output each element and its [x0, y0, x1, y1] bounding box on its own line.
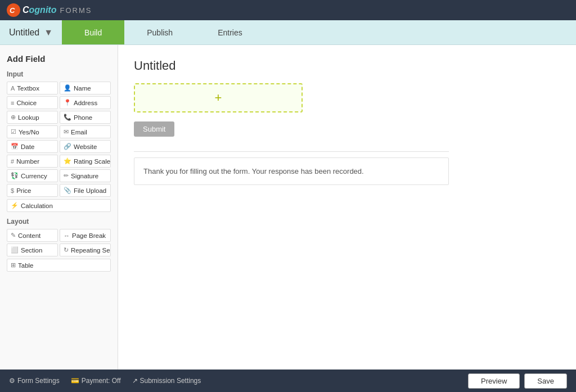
- tab-build[interactable]: Build: [62, 20, 124, 44]
- submission-settings-link[interactable]: ↗ Submission Settings: [132, 377, 201, 385]
- form-canvas: Untitled + Submit Thank you for filling …: [118, 45, 576, 370]
- tab-entries[interactable]: Entries: [195, 20, 265, 44]
- submit-button[interactable]: Submit: [134, 121, 174, 137]
- calculation-icon: ⚡: [11, 202, 19, 209]
- table-row-layout: ⊞Table: [7, 259, 111, 272]
- website-icon: 🔗: [64, 143, 71, 150]
- logo-text: Cognito: [22, 5, 56, 15]
- logo-forms-text: FORMS: [60, 6, 92, 15]
- rating-icon: ⭐: [64, 157, 71, 165]
- submission-settings-icon: ↗: [132, 377, 138, 385]
- field-email[interactable]: ✉Email: [60, 125, 111, 138]
- main-content: Add Field Input ATextbox 👤Name ≡Choice 📍…: [0, 45, 576, 370]
- form-heading: Untitled: [134, 58, 560, 73]
- field-number[interactable]: #Number: [7, 155, 58, 168]
- form-title: Untitled: [9, 28, 39, 38]
- yesno-icon: ☑: [11, 128, 16, 136]
- payment-link[interactable]: 💳 Payment: Off: [71, 377, 121, 385]
- sidebar-title: Add Field: [7, 54, 111, 64]
- lookup-icon: ⊕: [11, 114, 16, 121]
- field-calculation[interactable]: ⚡Calculation: [7, 199, 111, 212]
- footer: ⚙ Form Settings 💳 Payment: Off ↗ Submiss…: [0, 370, 576, 392]
- name-icon: 👤: [64, 84, 71, 92]
- currency-icon: 💱: [11, 172, 19, 179]
- field-phone[interactable]: 📞Phone: [60, 111, 111, 124]
- field-rating-scale[interactable]: ⭐Rating Scale: [60, 155, 111, 168]
- tab-buttons: Build Publish Entries: [62, 20, 265, 44]
- date-icon: 📅: [11, 143, 19, 150]
- file-upload-icon: 📎: [64, 187, 71, 194]
- tab-publish[interactable]: Publish: [124, 20, 195, 44]
- logo: C Cognito FORMS: [7, 3, 92, 17]
- form-title-dropdown-icon[interactable]: ▼: [44, 28, 53, 38]
- input-fields-grid: ATextbox 👤Name ≡Choice 📍Address ⊕Lookup …: [7, 82, 111, 197]
- field-repeating-section[interactable]: ↻Repeating Section: [60, 244, 111, 256]
- footer-links: ⚙ Form Settings 💳 Payment: Off ↗ Submiss…: [9, 377, 201, 385]
- field-address[interactable]: 📍Address: [60, 96, 111, 109]
- payment-icon: 💳: [71, 377, 79, 385]
- field-yesno[interactable]: ☑Yes/No: [7, 125, 58, 138]
- footer-actions: Preview Save: [468, 373, 567, 389]
- choice-icon: ≡: [11, 100, 14, 106]
- field-table[interactable]: ⊞Table: [7, 259, 111, 272]
- field-name[interactable]: 👤Name: [60, 82, 111, 94]
- textbox-icon: A: [11, 85, 15, 92]
- form-title-area: Untitled ▼: [0, 28, 62, 38]
- svg-text:C: C: [10, 6, 15, 15]
- field-file-upload[interactable]: 📎File Upload: [60, 184, 111, 197]
- signature-icon: ✏: [64, 172, 69, 179]
- field-section[interactable]: ⬜Section: [7, 244, 58, 256]
- field-date[interactable]: 📅Date: [7, 140, 58, 153]
- price-icon: $: [11, 187, 14, 194]
- input-section-label: Input: [7, 70, 111, 78]
- save-button[interactable]: Save: [524, 373, 567, 389]
- form-divider: [134, 151, 449, 152]
- logo-cog-icon: C: [7, 3, 20, 17]
- field-page-break[interactable]: ↔Page Break: [60, 229, 111, 242]
- layout-fields-grid: ✎Content ↔Page Break ⬜Section ↻Repeating…: [7, 229, 111, 256]
- section-icon: ⬜: [11, 246, 19, 254]
- repeating-section-icon: ↻: [64, 246, 69, 254]
- add-field-zone[interactable]: +: [134, 83, 303, 112]
- calculation-row: ⚡Calculation: [7, 199, 111, 212]
- tabs-bar: Untitled ▼ Build Publish Entries: [0, 20, 576, 45]
- preview-button[interactable]: Preview: [468, 373, 520, 389]
- add-field-plus-icon: +: [215, 91, 222, 105]
- address-icon: 📍: [64, 99, 71, 106]
- field-lookup[interactable]: ⊕Lookup: [7, 111, 58, 124]
- content-icon: ✎: [11, 232, 16, 239]
- field-website[interactable]: 🔗Website: [60, 140, 111, 153]
- phone-icon: 📞: [64, 114, 71, 121]
- layout-section-label: Layout: [7, 218, 111, 226]
- field-choice[interactable]: ≡Choice: [7, 96, 58, 109]
- field-content[interactable]: ✎Content: [7, 229, 58, 242]
- number-icon: #: [11, 158, 14, 165]
- table-icon: ⊞: [11, 262, 16, 269]
- page-break-icon: ↔: [64, 232, 70, 239]
- field-signature[interactable]: ✏Signature: [60, 169, 111, 182]
- thank-you-box: Thank you for filling out the form. Your…: [134, 157, 449, 185]
- top-navbar: C Cognito FORMS: [0, 0, 576, 20]
- field-textbox[interactable]: ATextbox: [7, 82, 58, 94]
- email-icon: ✉: [64, 128, 69, 136]
- form-settings-link[interactable]: ⚙ Form Settings: [9, 377, 60, 385]
- form-settings-icon: ⚙: [9, 377, 15, 385]
- sidebar: Add Field Input ATextbox 👤Name ≡Choice 📍…: [0, 45, 118, 370]
- field-currency[interactable]: 💱Currency: [7, 169, 58, 182]
- thank-you-text: Thank you for filling out the form. Your…: [143, 167, 364, 175]
- field-price[interactable]: $Price: [7, 184, 58, 197]
